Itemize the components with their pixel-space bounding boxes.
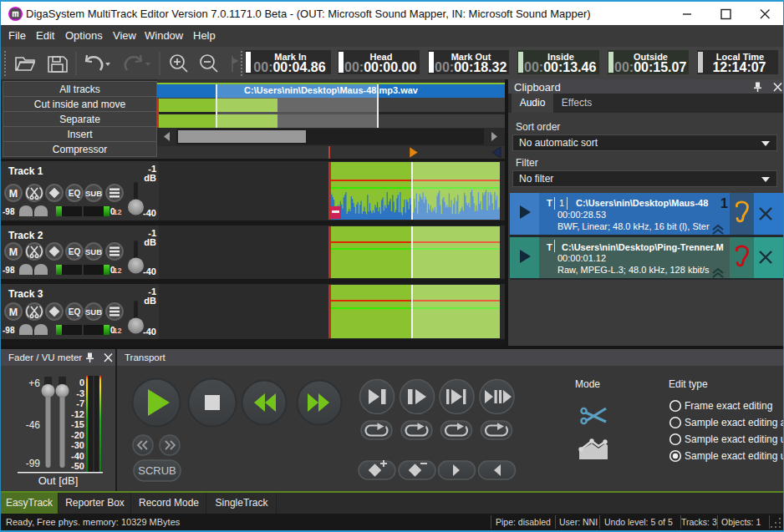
- svg-text:SUB: SUB: [85, 189, 102, 198]
- svg-text:+6: +6: [28, 377, 40, 389]
- svg-text:EQ: EQ: [69, 247, 81, 256]
- svg-text:Sample exact editing us: Sample exact editing us: [685, 450, 783, 462]
- svg-text:SUB: SUB: [85, 247, 102, 256]
- svg-text:Edit type: Edit type: [669, 378, 708, 390]
- svg-text:M: M: [9, 307, 18, 318]
- svg-text:Frame exact editing: Frame exact editing: [685, 400, 772, 412]
- svg-text:-98: -98: [3, 266, 15, 275]
- svg-text:-40: -40: [71, 451, 84, 461]
- svg-text:M: M: [9, 188, 18, 200]
- svg-text:-99: -99: [26, 458, 41, 469]
- svg-text:EQ: EQ: [69, 307, 81, 317]
- svg-text:SCRUB: SCRUB: [138, 464, 176, 477]
- svg-text:-15: -15: [71, 419, 84, 429]
- svg-text:Sample exact editing us: Sample exact editing us: [685, 433, 783, 445]
- svg-text:-46: -46: [26, 419, 41, 431]
- svg-text:-7: -7: [76, 398, 84, 408]
- svg-text:SUB: SUB: [85, 307, 102, 317]
- svg-text:-98: -98: [3, 207, 15, 216]
- svg-text:-30: -30: [71, 440, 84, 450]
- svg-text:12: 12: [114, 266, 122, 275]
- svg-text:12: 12: [114, 208, 122, 216]
- svg-text:Mode: Mode: [575, 378, 600, 390]
- svg-text:EQ: EQ: [69, 189, 81, 198]
- svg-text:-20: -20: [71, 430, 84, 440]
- svg-text:M: M: [9, 246, 18, 258]
- svg-text:-3: -3: [76, 388, 84, 398]
- svg-text:-50: -50: [71, 461, 84, 471]
- svg-text:0: 0: [79, 377, 84, 388]
- svg-text:-98: -98: [3, 326, 15, 335]
- svg-text:Sample exact editing at: Sample exact editing at: [685, 417, 783, 428]
- svg-text:-12: -12: [71, 409, 84, 419]
- svg-text:12: 12: [114, 327, 122, 335]
